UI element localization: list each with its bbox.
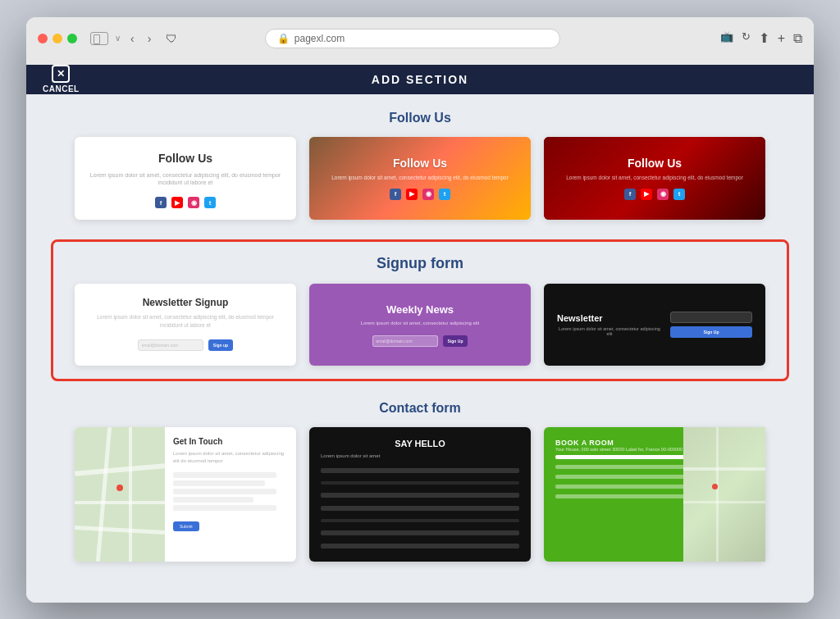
signup-btn-purple[interactable]: Sign Up bbox=[443, 335, 468, 347]
book-a-room-content: BOOK A ROOM Your House, 000 solo street … bbox=[555, 439, 687, 500]
browser-window: ∨ ‹ › 🛡 🔒 pagexl.com 📺 ↻ ⬆ + ⧉ ✕ CANCEL bbox=[26, 17, 814, 603]
follow-us-red-text: Lorem ipsum dolor sit amet, consectetur … bbox=[566, 175, 743, 180]
form-line bbox=[321, 481, 519, 485]
twitter-icon-y: t bbox=[439, 189, 450, 200]
book-a-room-text: Your House, 000 solo street 30000 Label … bbox=[555, 447, 687, 452]
book-a-room-title: BOOK A ROOM bbox=[555, 439, 687, 447]
form-line bbox=[321, 544, 519, 548]
form-line bbox=[321, 530, 519, 535]
map-road bbox=[75, 463, 165, 476]
traffic-lights bbox=[38, 34, 77, 43]
map-road bbox=[96, 427, 112, 562]
follow-us-yellow-text: Lorem ipsum dolor sit amet, consectetur … bbox=[331, 175, 509, 180]
book-a-room-card[interactable]: BOOK A ROOM Your House, 000 solo street … bbox=[544, 427, 765, 562]
instagram-icon-r: ◉ bbox=[657, 189, 669, 200]
cast-icon[interactable]: 📺 bbox=[720, 30, 733, 46]
contact-form-label: Contact form bbox=[51, 401, 789, 416]
main-content: Follow Us Follow Us Lorem ipsum dolor si… bbox=[26, 94, 814, 603]
browser-actions: 📺 ↻ ⬆ + ⧉ bbox=[720, 30, 802, 46]
get-in-touch-text: Lorem ipsum dolor sit amet, consectetur … bbox=[173, 450, 288, 465]
browser-controls: ∨ ‹ › bbox=[90, 30, 154, 47]
minimize-button[interactable] bbox=[52, 34, 62, 43]
back-button[interactable]: ‹ bbox=[127, 30, 138, 47]
say-hello-text: Lorem ipsum dolor sit amet bbox=[321, 453, 519, 458]
follow-us-yellow-content: Follow Us Lorem ipsum dolor sit amet, co… bbox=[331, 157, 509, 200]
form-line bbox=[321, 506, 519, 511]
tab-bar bbox=[38, 58, 802, 65]
url-text: pagexl.com bbox=[294, 33, 345, 44]
cancel-button[interactable]: ✕ CANCEL bbox=[43, 65, 80, 93]
close-button[interactable] bbox=[38, 34, 48, 43]
map-pin bbox=[116, 485, 123, 491]
weekly-news-card[interactable]: Weekly News Lorem ipsum dolor sit amet, … bbox=[309, 284, 531, 366]
follow-us-label: Follow Us bbox=[51, 111, 789, 125]
follow-us-red-content: Follow Us Lorem ipsum dolor sit amet, co… bbox=[566, 157, 743, 200]
instagram-icon-y: ◉ bbox=[422, 189, 434, 200]
form-line bbox=[321, 468, 519, 473]
refresh-icon[interactable]: ↻ bbox=[742, 30, 751, 46]
windows-button[interactable]: ⧉ bbox=[793, 30, 802, 46]
follow-us-card-yellow[interactable]: Follow Us Lorem ipsum dolor sit amet, co… bbox=[309, 137, 531, 221]
newsletter-signup-form: email@domain.com Sign up bbox=[138, 339, 233, 351]
page-title: ADD SECTION bbox=[372, 73, 468, 86]
submit-button[interactable]: Submit bbox=[173, 521, 199, 531]
form-line bbox=[555, 465, 687, 469]
email-input-fake: email@domain.com bbox=[138, 339, 203, 351]
form-line bbox=[555, 494, 687, 498]
map-placeholder bbox=[75, 427, 165, 562]
window-switcher-icon[interactable] bbox=[90, 32, 108, 45]
newsletter-black-text: Lorem ipsum dolor sit amet, consectetur … bbox=[557, 326, 662, 336]
forward-button[interactable]: › bbox=[144, 30, 155, 47]
contact-form-cards: Get In Touch Lorem ipsum dolor sit amet,… bbox=[51, 427, 789, 562]
signup-form-cards: Newsletter Signup Lorem ipsum dolor sit … bbox=[65, 284, 775, 366]
say-hello-card[interactable]: SAY HELLO Lorem ipsum dolor sit amet bbox=[309, 427, 531, 562]
map-road bbox=[75, 526, 165, 535]
follow-us-yellow-title: Follow Us bbox=[393, 157, 447, 170]
twitter-icon-r: t bbox=[673, 189, 685, 200]
follow-us-card-white[interactable]: Follow Us Lorem ipsum dolor sit amet, co… bbox=[75, 137, 296, 221]
facebook-icon-r: f bbox=[624, 189, 636, 200]
newsletter-signup-title: Newsletter Signup bbox=[143, 297, 229, 308]
signup-btn-black[interactable]: Sign Up bbox=[670, 326, 752, 338]
signup-form-section: Signup form Newsletter Signup Lorem ipsu… bbox=[51, 239, 789, 381]
weekly-news-text: Lorem ipsum dolor sit amet, consectetur … bbox=[361, 321, 479, 325]
social-icons-white: f ▶ ◉ t bbox=[155, 197, 216, 208]
signup-form-label: Signup form bbox=[65, 255, 775, 272]
follow-us-white-title: Follow Us bbox=[158, 152, 212, 165]
twitter-icon: t bbox=[204, 197, 216, 208]
contact-form-section: Contact form G bbox=[51, 401, 789, 562]
email-placeholder-purple: email@domain.com bbox=[377, 339, 413, 344]
form-line bbox=[321, 493, 519, 498]
email-placeholder: email@domain.com bbox=[142, 343, 178, 348]
lock-icon: 🔒 bbox=[277, 33, 290, 44]
new-tab-button[interactable]: + bbox=[778, 30, 785, 46]
youtube-icon: ▶ bbox=[171, 197, 183, 208]
get-in-touch-card[interactable]: Get In Touch Lorem ipsum dolor sit amet,… bbox=[75, 427, 296, 562]
form-line bbox=[555, 475, 687, 479]
form-line bbox=[321, 519, 519, 522]
map-road bbox=[75, 501, 165, 504]
newsletter-black-card[interactable]: Newsletter Lorem ipsum dolor sit amet, c… bbox=[544, 284, 765, 366]
email-input-fake-purple: email@domain.com bbox=[372, 335, 438, 347]
follow-us-white-text: Lorem ipsum dolor sit amet, consectetur … bbox=[88, 171, 283, 188]
signup-btn-white[interactable]: Sign up bbox=[208, 339, 233, 351]
newsletter-black-form: Sign Up bbox=[670, 312, 752, 338]
email-input-fake-black bbox=[670, 312, 752, 323]
form-line bbox=[555, 485, 687, 489]
newsletter-signup-card[interactable]: Newsletter Signup Lorem ipsum dolor sit … bbox=[75, 284, 296, 366]
shield-icon: 🛡 bbox=[166, 32, 177, 45]
share-button[interactable]: ⬆ bbox=[759, 30, 769, 46]
contact-info-panel: Get In Touch Lorem ipsum dolor sit amet,… bbox=[165, 427, 296, 562]
browser-chrome: ∨ ‹ › 🛡 🔒 pagexl.com 📺 ↻ ⬆ + ⧉ bbox=[26, 17, 814, 65]
maximize-button[interactable] bbox=[67, 34, 77, 43]
facebook-icon-y: f bbox=[390, 189, 401, 200]
cancel-icon: ✕ bbox=[52, 65, 70, 83]
instagram-icon: ◉ bbox=[188, 197, 199, 208]
follow-us-cards: Follow Us Lorem ipsum dolor sit amet, co… bbox=[51, 137, 789, 221]
say-hello-title: SAY HELLO bbox=[321, 439, 519, 448]
weekly-news-form: email@domain.com Sign Up bbox=[372, 335, 468, 347]
app-header: ✕ CANCEL ADD SECTION bbox=[26, 65, 814, 94]
follow-us-card-red[interactable]: Follow Us Lorem ipsum dolor sit amet, co… bbox=[544, 137, 765, 221]
social-icons-red: f ▶ ◉ t bbox=[624, 189, 685, 200]
address-bar[interactable]: 🔒 pagexl.com bbox=[265, 29, 560, 48]
